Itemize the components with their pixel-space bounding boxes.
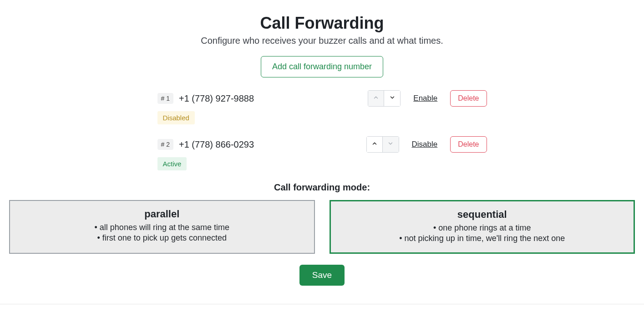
chevron-up-icon (371, 140, 378, 149)
forwarding-number-row: # 2 +1 (778) 866-0293 Disable Delete (157, 136, 487, 153)
chevron-up-icon (373, 94, 379, 103)
delete-button[interactable]: Delete (450, 90, 487, 107)
order-badge: # 1 (157, 93, 173, 104)
page-title: Call Forwarding (5, 14, 639, 33)
mode-line: • not picking up in time, we'll ring the… (340, 234, 625, 243)
page-subtitle: Configure who receives your buzzer calls… (5, 36, 639, 46)
chevron-down-icon (389, 94, 396, 103)
status-badge: Disabled (157, 111, 195, 124)
mode-line: • all phones will ring at the same time (19, 223, 305, 232)
add-forwarding-number-button[interactable]: Add call forwarding number (261, 56, 383, 77)
move-down-button (383, 136, 399, 153)
order-badge: # 2 (157, 139, 173, 150)
mode-options: parallel • all phones will ring at the s… (5, 200, 639, 254)
phone-number: +1 (778) 866-0293 (179, 139, 254, 150)
enable-toggle-link[interactable]: Enable (413, 94, 437, 103)
phone-number: +1 (778) 927-9888 (179, 93, 254, 104)
mode-heading: sequential (340, 209, 625, 221)
chevron-down-icon (387, 140, 394, 149)
mode-line: • first one to pick up gets connected (19, 233, 305, 243)
mode-option-sequential[interactable]: sequential • one phone rings at a time •… (330, 200, 635, 254)
save-button[interactable]: Save (299, 265, 345, 286)
mode-line: • one phone rings at a time (340, 223, 625, 233)
move-up-button[interactable] (366, 136, 383, 153)
disable-toggle-link[interactable]: Disable (412, 140, 438, 149)
move-up-button (368, 90, 384, 107)
reorder-controls (366, 136, 399, 153)
reorder-controls (368, 90, 401, 107)
forwarding-number-row: # 1 +1 (778) 927-9888 Enable Delete (157, 90, 487, 107)
mode-option-parallel[interactable]: parallel • all phones will ring at the s… (9, 200, 315, 254)
status-badge: Active (157, 157, 187, 170)
forwarding-numbers-list: # 1 +1 (778) 927-9888 Enable Delete D (157, 90, 487, 170)
move-down-button[interactable] (384, 90, 401, 107)
delete-button[interactable]: Delete (450, 136, 487, 153)
mode-heading: parallel (19, 208, 305, 220)
mode-section-title: Call forwarding mode: (5, 182, 639, 193)
